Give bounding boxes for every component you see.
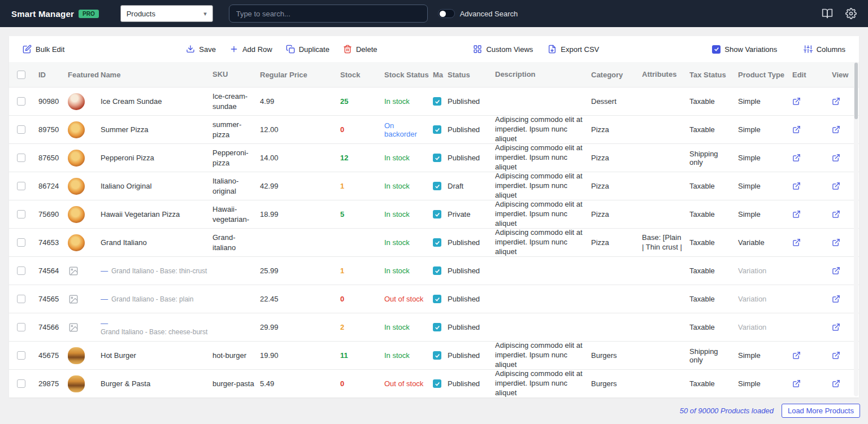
cell-category[interactable]: Pizza	[591, 210, 642, 218]
cell-featured[interactable]	[68, 265, 101, 277]
cell-id[interactable]: 45675	[38, 351, 68, 360]
edit-external-link-icon[interactable]	[792, 210, 827, 218]
cell-featured[interactable]	[68, 206, 101, 223]
cell-id[interactable]: 90980	[38, 97, 68, 106]
cell-status[interactable]: Published	[448, 266, 495, 275]
cell-stock[interactable]: 2	[340, 323, 384, 331]
cell-description[interactable]: Adipiscing commodo elit at imperdiet. Ip…	[495, 143, 591, 172]
cell-status[interactable]: Published	[448, 379, 495, 388]
row-checkbox[interactable]	[17, 266, 25, 275]
edit-external-link-icon[interactable]	[792, 379, 827, 388]
cell-tax-status[interactable]: Shipping only	[689, 347, 738, 364]
edit-external-link-icon[interactable]	[792, 238, 827, 247]
header-stock[interactable]: Stock	[340, 71, 384, 79]
cell-category[interactable]: Dessert	[591, 97, 642, 106]
cell-name[interactable]: —Italiano Original	[101, 182, 212, 190]
cell-sku[interactable]: hot-burger	[212, 351, 260, 361]
row-checkbox[interactable]	[17, 154, 25, 162]
cell-category[interactable]: Pizza	[591, 182, 642, 190]
export-csv-button[interactable]: Export CSV	[548, 45, 599, 54]
cell-stock-status[interactable]: In stock	[384, 210, 433, 218]
cell-name[interactable]: —Pepperoni Pizza	[101, 154, 212, 162]
cell-regular-price[interactable]: 25.99	[260, 266, 340, 275]
cell-sku[interactable]: Grand-italiano	[212, 233, 260, 252]
manage-stock-checkbox[interactable]	[433, 125, 441, 134]
manage-stock-checkbox[interactable]	[433, 238, 441, 247]
cell-regular-price[interactable]: 19.90	[260, 351, 340, 360]
cell-product-type[interactable]: Variation	[738, 266, 792, 275]
cell-sku[interactable]: Hawaii-vegetarian-	[212, 204, 260, 224]
cell-category[interactable]: Pizza	[591, 154, 642, 162]
cell-status[interactable]: Published	[448, 295, 495, 303]
cell-stock-status[interactable]: Out of stock	[384, 295, 433, 303]
cell-stock-status[interactable]: In stock	[384, 238, 433, 247]
cell-tax-status[interactable]: Taxable	[689, 266, 738, 275]
cell-name[interactable]: —Hawaii Vegetarian Pizza	[101, 210, 212, 218]
cell-product-type[interactable]: Simple	[738, 97, 792, 106]
cell-id[interactable]: 87650	[38, 154, 68, 162]
cell-regular-price[interactable]: 14.00	[260, 154, 340, 162]
cell-status[interactable]: Published	[448, 323, 495, 331]
cell-name[interactable]: —Burger & Pasta	[101, 379, 212, 388]
cell-tax-status[interactable]: Taxable	[689, 97, 738, 106]
cell-id[interactable]: 74653	[38, 238, 68, 247]
cell-status[interactable]: Published	[448, 154, 495, 162]
cell-description[interactable]: Adipiscing commodo elit at imperdiet. Ip…	[495, 172, 591, 200]
view-external-link-icon[interactable]	[832, 266, 854, 275]
cell-name[interactable]: —Grand Italiano - Base: cheese-burst	[101, 319, 212, 336]
cell-id[interactable]: 75690	[38, 210, 68, 218]
cell-category[interactable]: Burgers	[591, 351, 642, 360]
cell-tax-status[interactable]: Taxable	[689, 125, 738, 134]
manage-stock-checkbox[interactable]	[433, 379, 441, 388]
cell-description[interactable]: Adipiscing commodo elit at imperdiet. Ip…	[495, 341, 591, 370]
header-featured[interactable]: Featured	[68, 71, 101, 79]
view-external-link-icon[interactable]	[832, 379, 854, 388]
view-external-link-icon[interactable]	[832, 323, 854, 331]
delete-button[interactable]: Delete	[343, 45, 377, 54]
cell-product-type[interactable]: Simple	[738, 379, 792, 388]
cell-regular-price[interactable]: 22.45	[260, 295, 340, 303]
cell-id[interactable]: 74566	[38, 323, 68, 331]
vertical-scrollbar[interactable]	[854, 62, 858, 396]
cell-stock-status[interactable]: In stock	[384, 266, 433, 275]
cell-id[interactable]: 86724	[38, 182, 68, 190]
cell-tax-status[interactable]: Taxable	[689, 323, 738, 331]
manage-stock-checkbox[interactable]	[433, 154, 441, 162]
edit-external-link-icon[interactable]	[792, 182, 827, 190]
row-checkbox[interactable]	[17, 125, 25, 134]
cell-stock-status[interactable]: On backorder	[384, 121, 433, 138]
cell-stock-status[interactable]: In stock	[384, 97, 433, 106]
settings-gear-icon[interactable]	[845, 8, 857, 19]
cell-regular-price[interactable]: 18.99	[260, 210, 340, 218]
search-input[interactable]	[229, 5, 428, 23]
show-variations-checkbox[interactable]: Show Variations	[712, 45, 777, 54]
view-external-link-icon[interactable]	[832, 210, 854, 218]
cell-status[interactable]: Published	[448, 97, 495, 106]
cell-sku[interactable]: Pepperoni-pizza	[212, 148, 260, 168]
header-sku[interactable]: SKU	[212, 69, 260, 80]
cell-tax-status[interactable]: Taxable	[689, 182, 738, 190]
cell-regular-price[interactable]: 12.00	[260, 125, 340, 134]
cell-stock[interactable]: 1	[340, 266, 384, 275]
cell-tax-status[interactable]: Taxable	[689, 238, 738, 247]
manage-stock-checkbox[interactable]	[433, 266, 441, 275]
row-checkbox[interactable]	[17, 351, 25, 360]
edit-external-link-icon[interactable]	[792, 125, 827, 134]
docs-book-icon[interactable]	[822, 8, 833, 19]
bulk-edit-button[interactable]: Bulk Edit	[23, 45, 64, 54]
cell-category[interactable]: Pizza	[591, 125, 642, 134]
cell-stock-status[interactable]: In stock	[384, 154, 433, 162]
cell-tax-status[interactable]: Taxable	[689, 295, 738, 303]
cell-stock-status[interactable]: In stock	[384, 182, 433, 190]
cell-id[interactable]: 89750	[38, 125, 68, 134]
manage-stock-checkbox[interactable]	[433, 351, 441, 360]
edit-external-link-icon[interactable]	[792, 154, 827, 162]
cell-tax-status[interactable]: Taxable	[689, 379, 738, 388]
view-external-link-icon[interactable]	[832, 351, 854, 360]
cell-featured[interactable]	[68, 93, 101, 110]
view-external-link-icon[interactable]	[832, 238, 854, 247]
cell-featured[interactable]	[68, 121, 101, 138]
cell-regular-price[interactable]: 42.99	[260, 182, 340, 190]
cell-featured[interactable]	[68, 347, 101, 364]
cell-stock-status[interactable]: In stock	[384, 323, 433, 331]
